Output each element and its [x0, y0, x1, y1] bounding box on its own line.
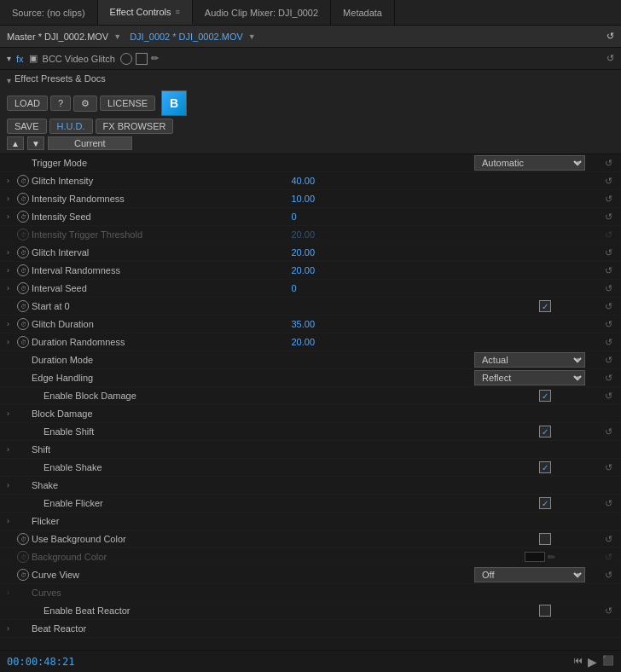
param-reset-icon[interactable]: ↺ [602, 229, 614, 240]
param-reset-icon[interactable]: ↺ [602, 176, 614, 187]
param-dropdown-wrap[interactable]: AutomaticManualBeat [474, 155, 585, 171]
param-checkbox[interactable] [539, 461, 551, 473]
load-button[interactable]: LOAD [7, 96, 48, 111]
param-reset-icon[interactable]: ↺ [602, 265, 614, 276]
stopwatch-icon[interactable]: ⏱ [17, 533, 29, 545]
tab-audio-clip-mixer[interactable]: Audio Clip Mixer: DJI_0002 [193, 0, 331, 25]
stopwatch-icon[interactable]: ⏱ [17, 264, 29, 276]
fx-rect-icon[interactable] [136, 53, 148, 65]
expand-icon[interactable]: › [7, 624, 17, 633]
param-select[interactable]: OffOn [474, 567, 585, 582]
param-reset-icon[interactable]: ↺ [602, 337, 614, 348]
stopwatch-icon[interactable]: ⏱ [17, 211, 29, 223]
param-reset-icon[interactable]: ↺ [602, 158, 614, 169]
nav-up-button[interactable]: ▲ [7, 136, 24, 150]
expand-fx-icon[interactable]: ▾ [7, 54, 11, 63]
param-dropdown-wrap[interactable]: OffOn [474, 567, 585, 582]
stopwatch-icon[interactable]: ⏱ [17, 193, 29, 205]
param-reset-icon[interactable]: ↺ [602, 247, 614, 258]
param-number-value[interactable]: 20.00 [292, 337, 343, 347]
stopwatch-icon[interactable]: ⏱ [17, 246, 29, 258]
expand-icon[interactable]: › [7, 445, 17, 454]
fx-browser-button[interactable]: FX BROWSER [96, 119, 174, 134]
fx-circle-icon[interactable] [120, 53, 132, 65]
stopwatch-icon[interactable]: ⏱ [17, 336, 29, 348]
param-checkbox[interactable] [539, 426, 551, 437]
param-checkbox[interactable] [539, 390, 551, 402]
expand-icon[interactable]: › [7, 409, 17, 418]
license-button[interactable]: LICENSE [100, 96, 155, 111]
param-number-value[interactable]: 35.00 [292, 319, 343, 329]
expand-icon[interactable]: › [7, 320, 17, 328]
param-reset-icon[interactable]: ↺ [602, 373, 614, 384]
hud-button[interactable]: H.U.D. [49, 119, 93, 134]
expand-icon[interactable]: › [7, 517, 17, 525]
param-reset-icon[interactable]: ↺ [602, 552, 614, 563]
expand-icon[interactable]: › [7, 177, 17, 185]
param-number-value[interactable]: 20.00 [292, 265, 343, 275]
param-number-value[interactable]: 0 [292, 211, 343, 222]
stopwatch-icon[interactable]: ⏱ [17, 229, 29, 240]
nav-down-button[interactable]: ▼ [27, 136, 44, 150]
stopwatch-icon[interactable]: ⏱ [17, 175, 29, 187]
param-number-value[interactable]: 20.00 [292, 247, 343, 258]
stopwatch-icon[interactable]: ⏱ [17, 282, 29, 294]
param-color-swatch[interactable] [525, 552, 545, 562]
param-reset-icon[interactable]: ↺ [602, 194, 614, 205]
expand-icon[interactable]: › [7, 588, 17, 597]
param-reset-icon[interactable]: ↺ [602, 605, 614, 617]
presets-expand-icon[interactable]: ▾ [7, 76, 11, 85]
param-reset-icon[interactable]: ↺ [602, 498, 614, 509]
param-checkbox[interactable] [539, 533, 551, 545]
param-select[interactable]: ActualPercentage [474, 352, 585, 368]
param-number-value[interactable]: 20.00 [292, 229, 343, 240]
param-checkbox[interactable] [539, 300, 551, 312]
expand-icon[interactable]: › [7, 248, 17, 257]
tab-source[interactable]: Source: (no clips) [0, 0, 98, 25]
help-button[interactable]: ? [50, 96, 71, 111]
tab-effect-controls[interactable]: Effect Controls ≡ [98, 0, 193, 25]
step-back-icon[interactable]: ⏮ [573, 655, 583, 669]
stopwatch-icon[interactable]: ⏱ [17, 300, 29, 312]
param-checkbox[interactable] [539, 497, 551, 509]
eyedropper-icon[interactable]: ✏ [548, 552, 555, 563]
param-select[interactable]: AutomaticManualBeat [474, 155, 585, 171]
expand-icon[interactable]: › [7, 481, 17, 490]
param-reset-icon[interactable]: ↺ [602, 211, 614, 223]
master-reset-icon[interactable]: ↺ [606, 31, 614, 42]
expand-icon[interactable]: › [7, 284, 17, 293]
param-number-value[interactable]: 0 [292, 283, 343, 293]
tab-metadata[interactable]: Metadata [331, 0, 395, 25]
param-reset-icon[interactable]: ↺ [602, 391, 614, 402]
stopwatch-icon[interactable]: ⏱ [17, 551, 29, 563]
clip-dropdown-icon[interactable]: ▼ [248, 32, 256, 41]
settings-button[interactable]: ⚙ [73, 96, 97, 112]
param-reset-icon[interactable]: ↺ [602, 462, 614, 473]
save-button[interactable]: SAVE [7, 119, 47, 134]
param-number-value[interactable]: 10.00 [292, 194, 343, 204]
expand-icon[interactable]: › [7, 266, 17, 275]
play-icon[interactable]: ▶ [588, 655, 597, 669]
filmstrip-icon: ▣ [29, 53, 38, 64]
fx-reset-icon[interactable]: ↺ [606, 53, 614, 64]
expand-icon[interactable]: › [7, 194, 17, 203]
param-reset-icon[interactable]: ↺ [602, 534, 614, 545]
param-reset-icon[interactable]: ↺ [602, 426, 614, 437]
param-dropdown-wrap[interactable]: ReflectWrapReplicate [474, 370, 585, 385]
param-reset-icon[interactable]: ↺ [602, 283, 614, 294]
stopwatch-icon[interactable]: ⏱ [17, 318, 29, 330]
param-dropdown-wrap[interactable]: ActualPercentage [474, 352, 585, 368]
param-reset-icon[interactable]: ↺ [602, 355, 614, 366]
master-dropdown-icon[interactable]: ▼ [113, 32, 121, 41]
param-reset-icon[interactable]: ↺ [602, 319, 614, 330]
param-select[interactable]: ReflectWrapReplicate [474, 370, 585, 385]
expand-icon[interactable]: › [7, 212, 17, 221]
param-checkbox[interactable] [539, 605, 551, 617]
fx-pencil-icon[interactable]: ✏ [151, 53, 159, 64]
param-reset-icon[interactable]: ↺ [602, 301, 614, 312]
stopwatch-icon[interactable]: ⏱ [17, 569, 29, 581]
expand-icon[interactable]: › [7, 338, 17, 346]
param-number-value[interactable]: 40.00 [292, 176, 343, 186]
param-reset-icon[interactable]: ↺ [602, 570, 614, 581]
export-icon[interactable]: ⬛ [602, 655, 614, 669]
